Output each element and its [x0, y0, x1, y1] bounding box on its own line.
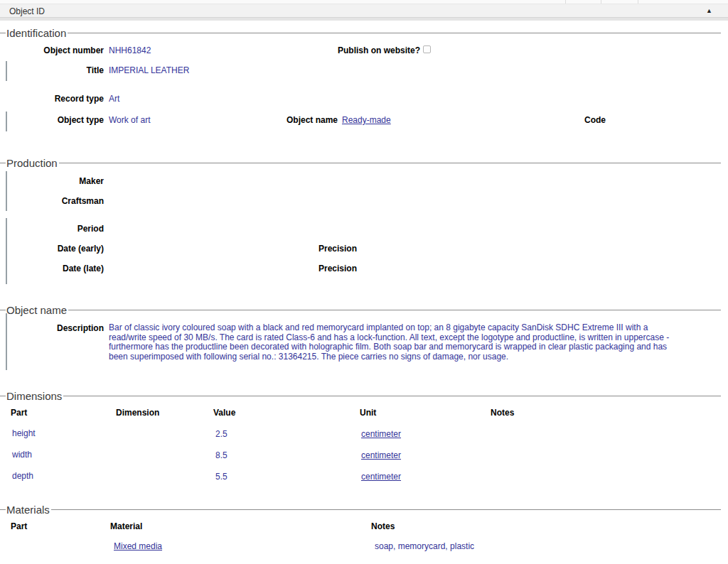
- object-name-link[interactable]: Ready-made: [342, 115, 391, 125]
- date-late-precision-label: Precision: [318, 264, 357, 273]
- dimensions-column-unit: Unit: [360, 408, 376, 418]
- legend-rule: [63, 396, 721, 396]
- date-early-precision-label: Precision: [318, 244, 357, 254]
- occurrence-bar-description: [6, 313, 7, 370]
- description-field[interactable]: Bar of classic ivory coloured soap with …: [109, 323, 672, 362]
- section-title: Identification: [6, 27, 68, 39]
- object-type-field[interactable]: Work of art: [109, 115, 150, 125]
- legend-dash: [0, 163, 6, 163]
- materials-column-material: Material: [110, 521, 142, 531]
- dimensions-column-part: Part: [11, 408, 27, 418]
- materials-column-part: Part: [11, 521, 27, 531]
- dimension-part-field[interactable]: depth: [12, 471, 33, 481]
- dimensions-column-value: Value: [213, 408, 235, 418]
- collapse-triangle-icon[interactable]: ▲: [706, 6, 712, 16]
- period-label: Period: [0, 224, 104, 234]
- dimensions-column-dimension: Dimension: [116, 408, 159, 418]
- section-title: Production: [6, 157, 59, 169]
- dimension-unit-link[interactable]: centimeter: [361, 450, 401, 460]
- dimension-value-field[interactable]: 8.5: [215, 450, 228, 460]
- publish-on-website-checkbox[interactable]: [423, 45, 431, 53]
- code-label: Code: [584, 115, 606, 125]
- legend-rule: [59, 163, 721, 163]
- header-band: [0, 17, 728, 21]
- legend-rule: [68, 310, 721, 310]
- craftsman-label: Craftsman: [0, 196, 104, 206]
- date-early-label: Date (early): [0, 244, 104, 254]
- title-field[interactable]: IMPERIAL LEATHER: [109, 65, 189, 75]
- panel-header-bar[interactable]: Object ID ▲: [0, 4, 728, 17]
- section-title: Dimensions: [6, 390, 63, 402]
- dimension-value-field[interactable]: 2.5: [215, 429, 228, 439]
- section-dimensions-legend: Dimensions: [0, 390, 721, 401]
- legend-dash: [0, 396, 6, 396]
- legend-dash: [0, 33, 6, 33]
- legend-dash: [0, 509, 6, 510]
- dimension-part-field[interactable]: height: [12, 428, 36, 438]
- object-number-label: Object number: [0, 45, 104, 55]
- materials-column-notes: Notes: [371, 521, 395, 531]
- dimension-value-field[interactable]: 5.5: [215, 472, 228, 482]
- section-identification-legend: Identification: [0, 27, 721, 38]
- section-title: Materials: [6, 504, 51, 516]
- object-type-label: Object type: [0, 115, 104, 125]
- legend-rule: [51, 509, 721, 510]
- panel-title: Object ID: [9, 6, 45, 16]
- section-object-name-legend: Object name: [0, 304, 721, 315]
- dimension-unit-link[interactable]: centimeter: [361, 429, 401, 439]
- legend-dash: [0, 310, 6, 310]
- dimension-part-field[interactable]: width: [12, 450, 32, 460]
- title-label: Title: [0, 65, 104, 75]
- object-id-panel: Object ID ▲ Identification Object number…: [0, 0, 728, 564]
- section-title: Object name: [6, 304, 68, 316]
- object-name-label: Object name: [287, 115, 338, 125]
- material-link[interactable]: Mixed media: [114, 541, 162, 551]
- dimension-unit-link[interactable]: centimeter: [361, 472, 401, 482]
- maker-label: Maker: [0, 176, 104, 186]
- section-production-legend: Production: [0, 157, 721, 168]
- dimensions-column-notes: Notes: [491, 408, 514, 418]
- object-number-field[interactable]: NHH61842: [109, 45, 151, 55]
- record-type-label: Record type: [0, 94, 104, 104]
- record-type-field[interactable]: Art: [109, 94, 119, 104]
- legend-rule: [68, 33, 721, 33]
- description-label: Description: [0, 323, 104, 333]
- publish-on-website-label: Publish on website?: [338, 45, 420, 55]
- date-late-label: Date (late): [0, 264, 104, 273]
- material-notes-field[interactable]: soap, memorycard, plastic: [375, 541, 474, 551]
- section-materials-legend: Materials: [0, 504, 721, 515]
